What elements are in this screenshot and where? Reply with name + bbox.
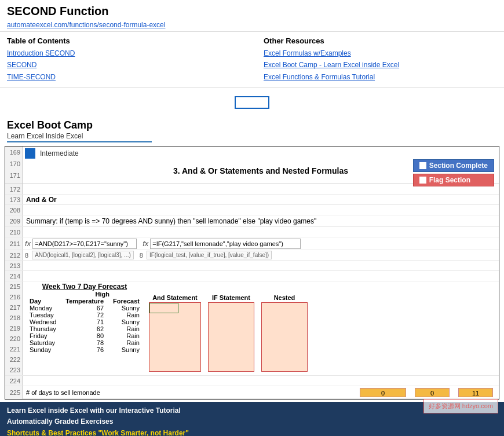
forecast-row: Tuesday72Rain (25, 312, 144, 318)
resources-header: Other Resources (264, 36, 497, 45)
formula-row-211: fx fx (23, 237, 499, 250)
forecast-cell-forecast: Sunny (108, 318, 144, 325)
sell-box-1: 0 (360, 388, 406, 397)
row-173: 173 And & Or (5, 195, 499, 205)
toc-link-intro[interactable]: Introduction SECOND (7, 47, 240, 59)
forecast-table-body: Monday67SunnyTuesday72RainWednesd71Sunny… (25, 305, 144, 353)
row-num-172: 172 (5, 184, 23, 194)
fx-label-1: fx (25, 239, 31, 248)
toc-resources-section: Table of Contents Introduction SECOND SE… (0, 32, 504, 88)
section-complete-button[interactable]: Section Complete (413, 159, 494, 172)
rn-218: 218 (5, 313, 20, 323)
footer-line-2: Automatically Graded Exercises (7, 416, 497, 427)
footer-line-3: Shortcuts & Best Practices "Work Smarter… (7, 428, 497, 436)
rn-217: 217 (5, 302, 20, 313)
page-title: SECOND Function (7, 5, 497, 18)
hint-group-1: 8 AND(logical1, [logical2], [logical3], … (25, 251, 134, 259)
toc-link-second[interactable]: SECOND (7, 59, 240, 71)
boot-camp-title: Excel Boot Camp (7, 119, 497, 131)
if-statement-box (208, 302, 254, 372)
row-214: 214 (5, 271, 499, 281)
section-complete-checkbox (419, 162, 426, 169)
if-statement-col: IF Statement (208, 294, 254, 372)
sell-boxes: 0 0 11 (360, 388, 493, 397)
row-213: 213 (5, 261, 499, 271)
formula-box-2: fx (143, 239, 301, 249)
col-forecast: Forecast (108, 298, 144, 305)
row-225: 225 # of days to sell lemonade 0 0 11 (5, 386, 499, 399)
resource-link-1[interactable]: Excel Boot Camp - Learn Excel inside Exc… (264, 59, 497, 71)
forecast-cell-forecast: Rain (108, 312, 144, 318)
row-num-173: 173 (5, 195, 23, 204)
sell-box-3: 11 (458, 388, 493, 397)
forecast-content: Week Two 7 Day Forecast High Day Tempera… (23, 281, 499, 375)
row-num-171: 171 (5, 170, 20, 181)
forecast-row: Sunday76Sunny (25, 346, 144, 353)
forecast-high: High (25, 291, 144, 298)
intermediate-badge (25, 148, 35, 159)
rn-221: 221 (5, 344, 20, 354)
forecast-row: Monday67Sunny (25, 305, 144, 312)
resource-link-2[interactable]: Excel Functions & Formulas Tutorial (264, 71, 497, 83)
nested-col: Nested (261, 294, 308, 372)
resources-column: Other Resources Excel Formulas w/Example… (264, 36, 497, 83)
row-nums-forecast: 215 216 217 218 219 220 221 222 223 (5, 281, 23, 375)
forecast-cell-day: Tuesday (25, 312, 61, 318)
sell-row-content: # of days to sell lemonade 0 0 11 (23, 388, 499, 397)
forecast-cell-day: Sunday (25, 346, 61, 353)
row-212: 212 8 AND(logical1, [logical2], [logical… (5, 250, 499, 261)
row-209: 209 Summary: if (temp is => 70 degrees A… (5, 215, 499, 227)
forecast-cell-temp: 72 (61, 312, 108, 318)
page-url[interactable]: automateexcel.com/functions/second-formu… (7, 21, 165, 29)
row-num-224: 224 (5, 376, 23, 386)
row-num-210: 210 (5, 227, 23, 237)
forecast-row: Saturday78Rain (25, 339, 144, 346)
formula-input-1[interactable] (32, 239, 137, 249)
forecast-title: Week Two 7 Day Forecast (25, 283, 144, 291)
sell-label: # of days to sell lemonade (26, 389, 360, 396)
forecast-section-row: 215 216 217 218 219 220 221 222 223 Week… (5, 281, 499, 376)
section-buttons: Section Complete Flag Section (413, 159, 494, 186)
forecast-cell-day: Saturday (25, 339, 61, 346)
rn-219: 219 (5, 323, 20, 334)
row-num-212: 212 (5, 250, 23, 260)
summary-row: Summary: if (temp is => 70 degrees AND s… (23, 215, 499, 226)
fx-label-2: fx (143, 239, 148, 248)
forecast-table: Day Temperature Forecast Monday67SunnyTu… (25, 298, 144, 353)
rn-223: 223 (5, 365, 20, 375)
watermark: 好多资源网 hdzyo.com (423, 399, 498, 413)
boot-camp-section: Excel Boot Camp Learn Excel Inside Excel (0, 117, 504, 144)
sell-val-1: 0 (381, 390, 385, 397)
row-224: 224 (5, 376, 499, 386)
sell-val-2: 0 (430, 390, 434, 397)
forecast-cell-day: Monday (25, 305, 61, 312)
row-208: 208 (5, 205, 499, 215)
green-rect (149, 303, 178, 313)
if-statement-header: IF Statement (212, 294, 250, 301)
resource-link-0[interactable]: Excel Formulas w/Examples (264, 47, 497, 59)
page-header: SECOND Function automateexcel.com/functi… (0, 0, 504, 32)
forecast-row: Wednesd71Sunny (25, 318, 144, 325)
row-nums-top: 169 170 171 (5, 146, 23, 184)
and-or-heading: And & Or (23, 195, 499, 204)
statements-area: And Statement IF Statement Nested (149, 283, 308, 374)
forecast-cell-day: Friday (25, 332, 61, 339)
intermediate-row: Intermediate (25, 148, 496, 159)
selected-cell[interactable] (235, 96, 269, 109)
row-num-211: 211 (5, 237, 23, 250)
formula-num-2: 8 (140, 252, 143, 259)
flag-section-button[interactable]: Flag Section (413, 174, 494, 186)
forecast-row: Friday80Rain (25, 332, 144, 339)
forecast-cell-temp: 78 (61, 339, 108, 346)
nested-header: Nested (274, 294, 295, 301)
row-210: 210 (5, 227, 499, 237)
toc-link-timesecond[interactable]: TIME-SECOND (7, 71, 240, 83)
and-statement-box (149, 302, 201, 372)
toc-column: Table of Contents Introduction SECOND SE… (7, 36, 240, 83)
row-num-213: 213 (5, 261, 23, 270)
hint-group-2: 8 IF(logical_test, [value_if_true], [val… (140, 251, 272, 259)
forecast-cell-temp: 71 (61, 318, 108, 325)
forecast-cell-forecast: Rain (108, 332, 144, 339)
forecast-cell-forecast: Rain (108, 325, 144, 332)
formula-input-2[interactable] (150, 239, 301, 249)
